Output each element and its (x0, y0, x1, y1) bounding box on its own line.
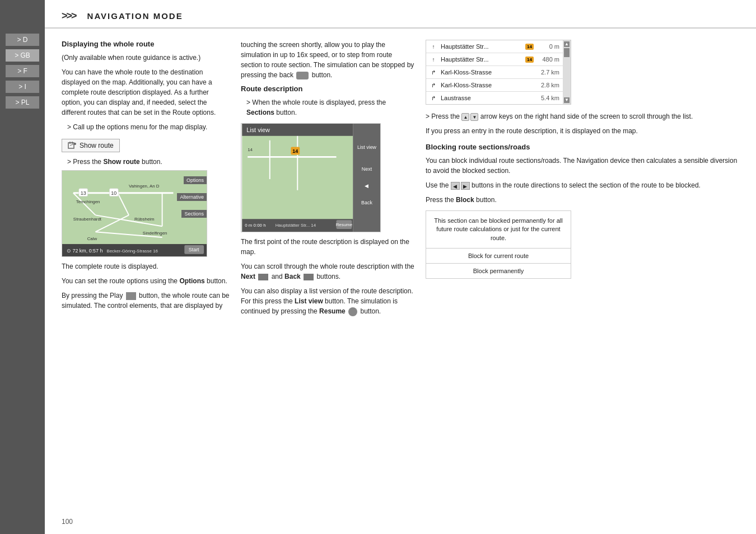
route-desc-caption1: The first point of the route description… (241, 237, 414, 257)
sidebar-item-d[interactable]: > D (6, 34, 39, 46)
mid-column: touching the screen shortly, allow you t… (241, 40, 414, 506)
play-icon (126, 292, 136, 300)
sidebar: > D > GB > F > I > PL (0, 0, 45, 534)
blocking-para1: You can block individual route sections/… (426, 156, 739, 176)
block-current-route-btn[interactable]: Block for current route (426, 249, 571, 264)
svg-rect-0 (68, 143, 74, 148)
map-options-btn[interactable]: Options (184, 176, 207, 184)
back-button-icon (296, 72, 309, 79)
svg-text:Hauptstätter Str... 14: Hauptstätter Str... 14 (276, 223, 316, 228)
section-title-blocking: Blocking route sections/roads (426, 143, 739, 151)
back-icon (304, 274, 314, 280)
svg-text:0 m  0:00 h: 0 m 0:00 h (245, 223, 265, 228)
svg-text:Temchingen: Temchingen (76, 199, 100, 204)
map-alternative-btn[interactable]: Alternative (177, 193, 207, 201)
route-street-4: Karl-Kloss-Strasse (441, 82, 534, 88)
page-number-container: 100 (45, 517, 756, 534)
svg-text:Calw: Calw (87, 236, 97, 241)
route-arrow-icon-3: ↱ (430, 68, 437, 76)
header-arrows: >>> (62, 10, 76, 22)
svg-text:Back: Back (361, 200, 372, 205)
route-distance-2: 480 m (537, 56, 559, 63)
para-whole-route: You can have the whole route to the dest… (62, 67, 230, 118)
route-list-item-5[interactable]: ↱ Laustrasse 5.4 km (426, 92, 563, 104)
svg-text:Rübsheim: Rübsheim (134, 217, 155, 222)
para-play-button: By pressing the Play button, the whole r… (62, 291, 230, 311)
route-arrow-icon-4: ↱ (430, 81, 437, 89)
page-number: 100 (62, 518, 73, 526)
instruction-press-sections: > When the whole route is displayed, pre… (241, 97, 414, 118)
route-description-screenshot: 14 14 List view 0 m 0:00 h Hauptstätter … (241, 123, 381, 232)
route-desc-svg: 14 14 List view 0 m 0:00 h Hauptstätter … (241, 124, 381, 232)
route-badge-1: 14 (525, 44, 534, 50)
para-continuation: touching the screen shortly, allow you t… (241, 40, 414, 80)
svg-text:14: 14 (292, 148, 298, 154)
svg-text:Becker-Göring-Strasse 16: Becker-Göring-Strasse 16 (106, 249, 158, 254)
para-options-button: You can set the route options using the … (62, 276, 230, 286)
block-box-info: This section can be blocked permanently … (426, 211, 571, 249)
para-only-available: (Only available when route guidance is a… (62, 53, 230, 63)
svg-text:14: 14 (248, 147, 253, 152)
content-area: Displaying the whole route (Only availab… (45, 29, 756, 517)
route-desc-scroll-text: You can scroll through the whole route d… (241, 261, 414, 282)
route-list-items: ↑ Hauptstätter Str... 14 0 m ↑ Hauptstät… (426, 40, 563, 104)
route-distance-3: 2.7 km (537, 69, 559, 76)
block-arrow-btns: ◀ ▶ (451, 182, 470, 190)
route-street-2: Hauptstätter Str... (441, 56, 522, 63)
route-list-item-2[interactable]: ↑ Hauptstätter Str... 14 480 m (426, 53, 563, 66)
route-street-1: Hauptstätter Str... (441, 43, 522, 50)
instruction-call-options-text: > Call up the options menu for the map d… (67, 123, 207, 131)
svg-text:Vahingen, An D: Vahingen, An D (129, 184, 160, 189)
page-title: NAVIGATION MODE (87, 11, 183, 21)
route-list-scrollbar[interactable]: ▲ ▼ (563, 40, 571, 104)
route-arrow-icon-5: ↱ (430, 94, 437, 102)
block-section-box: This section can be blocked permanently … (426, 210, 571, 279)
scrollbar-down[interactable]: ▼ (564, 97, 570, 103)
map-caption: The complete route is displayed. (62, 261, 230, 271)
block-left-btn: ◀ (451, 182, 460, 190)
route-street-5: Laustrasse (441, 95, 534, 101)
svg-text:13: 13 (81, 190, 86, 196)
route-distance-4: 2.8 km (537, 82, 559, 88)
sidebar-item-gb[interactable]: > GB (6, 49, 39, 62)
route-distance-5: 5.4 km (537, 95, 559, 101)
show-route-button[interactable]: Show route (62, 139, 120, 152)
sidebar-item-f[interactable]: > F (6, 65, 39, 77)
press-arrow-keys-text: > Press the ▲ ▼ arrow keys on the right … (426, 111, 739, 121)
route-distance-1: 0 m (537, 43, 559, 50)
svg-text:⊙ 72 km, 0:57 h: ⊙ 72 km, 0:57 h (67, 248, 103, 254)
sidebar-item-i[interactable]: > I (6, 81, 39, 93)
press-block-text: Press the Block button. (426, 195, 739, 205)
blocking-para2: Use the ◀ ▶ buttons in the route directi… (426, 180, 739, 190)
instruction-press-show-route: > Press the Show route button. (62, 157, 230, 167)
route-street-3: Karl-Kloss-Strasse (441, 69, 534, 76)
svg-rect-42 (353, 124, 380, 232)
route-list-item-4[interactable]: ↱ Karl-Kloss-Strasse 2.8 km (426, 79, 563, 92)
next-icon (258, 274, 268, 280)
show-route-label: Show route (80, 142, 114, 149)
svg-line-4 (70, 144, 74, 146)
svg-text:◀: ◀ (365, 183, 368, 189)
page-header: >>> NAVIGATION MODE (45, 0, 756, 29)
if-press-entry-text: If you press an entry in the route descr… (426, 126, 739, 136)
svg-text:List view: List view (357, 144, 377, 150)
route-list-item-1[interactable]: ↑ Hauptstätter Str... 14 0 m (426, 40, 563, 53)
route-arrow-icon-1: ↑ (430, 43, 437, 50)
show-route-bold: Show route (103, 158, 139, 166)
arrow-key-down: ▼ (470, 113, 478, 121)
svg-text:Straubenhardt: Straubenhardt (73, 217, 102, 222)
section-title-displaying: Displaying the whole route (62, 40, 230, 48)
route-badge-2: 14 (525, 57, 534, 63)
sidebar-item-pl[interactable]: > PL (6, 96, 39, 109)
route-list-item-3[interactable]: ↱ Karl-Kloss-Strasse 2.7 km (426, 66, 563, 79)
block-right-btn: ▶ (461, 182, 470, 190)
route-arrow-icon-2: ↑ (430, 55, 437, 63)
scrollbar-up[interactable]: ▲ (564, 41, 570, 47)
show-route-icon (68, 141, 77, 150)
svg-text:Start: Start (189, 247, 199, 252)
map-sections-btn[interactable]: Sections (181, 210, 207, 218)
scrollbar-thumb[interactable] (564, 48, 570, 57)
svg-text:Resume: Resume (336, 222, 353, 227)
left-column: Displaying the whole route (Only availab… (62, 40, 230, 506)
block-permanently-btn[interactable]: Block permanently (426, 264, 571, 278)
